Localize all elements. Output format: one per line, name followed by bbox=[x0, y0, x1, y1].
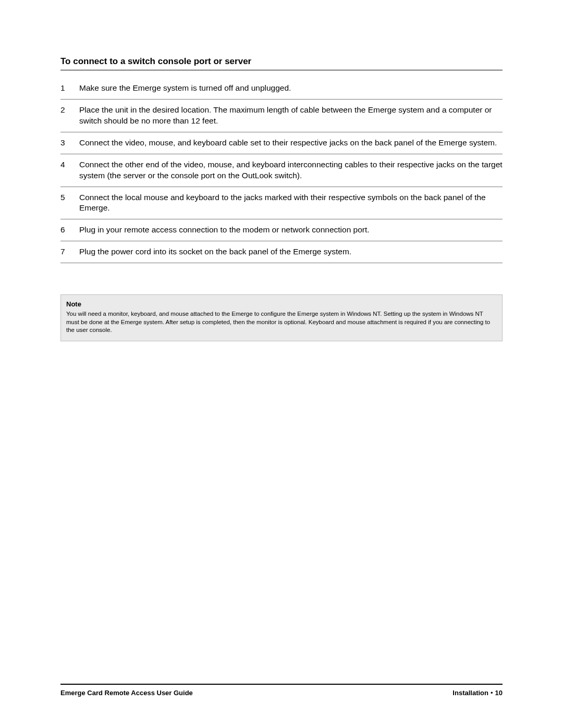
list-item: 3 Connect the video, mouse, and keyboard… bbox=[60, 132, 503, 154]
list-item: 5 Connect the local mouse and keyboard t… bbox=[60, 187, 503, 220]
footer-page-number: 10 bbox=[495, 689, 503, 697]
list-item: 1 Make sure the Emerge system is turned … bbox=[60, 78, 503, 100]
step-number: 6 bbox=[60, 225, 70, 236]
step-text: Place the unit in the desired location. … bbox=[79, 105, 503, 127]
footer-doc-title: Emerge Card Remote Access User Guide bbox=[60, 689, 193, 697]
step-number: 7 bbox=[60, 246, 70, 257]
note-body: You will need a monitor, keyboard, and m… bbox=[66, 310, 497, 335]
list-item: 4 Connect the other end of the video, mo… bbox=[60, 154, 503, 187]
step-text: Plug the power cord into its socket on t… bbox=[79, 246, 503, 257]
note-box: Note You will need a monitor, keyboard, … bbox=[60, 294, 503, 341]
step-number: 2 bbox=[60, 105, 70, 127]
step-text: Make sure the Emerge system is turned of… bbox=[79, 83, 503, 94]
step-number: 4 bbox=[60, 159, 70, 181]
bullet-icon: • bbox=[488, 689, 495, 697]
list-item: 7 Plug the power cord into its socket on… bbox=[60, 241, 503, 263]
step-text: Connect the local mouse and keyboard to … bbox=[79, 192, 503, 214]
page: To connect to a switch console port or s… bbox=[0, 0, 563, 728]
step-text: Connect the video, mouse, and keyboard c… bbox=[79, 138, 503, 149]
step-text: Connect the other end of the video, mous… bbox=[79, 159, 503, 181]
step-text: Plug in your remote access connection to… bbox=[79, 225, 503, 236]
step-number: 1 bbox=[60, 83, 70, 94]
steps-list: 1 Make sure the Emerge system is turned … bbox=[60, 78, 503, 263]
page-footer: Emerge Card Remote Access User Guide Ins… bbox=[60, 684, 503, 697]
footer-section-page: Installation•10 bbox=[452, 689, 503, 697]
step-number: 3 bbox=[60, 138, 70, 149]
note-title: Note bbox=[66, 300, 497, 308]
footer-section: Installation bbox=[452, 689, 488, 697]
list-item: 2 Place the unit in the desired location… bbox=[60, 100, 503, 132]
section-title: To connect to a switch console port or s… bbox=[60, 56, 503, 70]
list-item: 6 Plug in your remote access connection … bbox=[60, 219, 503, 241]
step-number: 5 bbox=[60, 192, 70, 214]
